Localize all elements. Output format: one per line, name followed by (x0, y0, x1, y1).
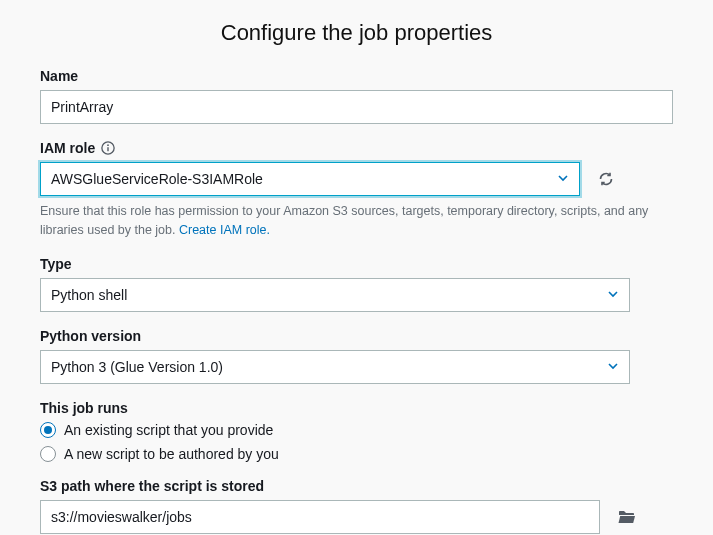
iam-role-helper: Ensure that this role has permission to … (40, 202, 673, 240)
radio-indicator (40, 446, 56, 462)
chevron-down-icon (607, 359, 619, 375)
name-label: Name (40, 68, 78, 84)
chevron-down-icon (557, 171, 569, 187)
python-version-value: Python 3 (Glue Version 1.0) (51, 359, 223, 375)
type-label: Type (40, 256, 72, 272)
refresh-icon[interactable] (592, 165, 620, 193)
job-runs-label: This job runs (40, 400, 128, 416)
field-s3-path: S3 path where the script is stored (40, 478, 673, 534)
python-version-select[interactable]: Python 3 (Glue Version 1.0) (40, 350, 630, 384)
field-python-version: Python version Python 3 (Glue Version 1.… (40, 328, 673, 384)
python-version-label: Python version (40, 328, 141, 344)
field-iam-role: IAM role AWSGlueServiceRole-S3IAMRole (40, 140, 673, 240)
create-iam-role-link[interactable]: Create IAM role. (179, 223, 270, 237)
svg-rect-2 (108, 147, 109, 151)
radio-existing-label: An existing script that you provide (64, 422, 273, 438)
radio-existing-script[interactable]: An existing script that you provide (40, 422, 673, 438)
type-value: Python shell (51, 287, 127, 303)
iam-role-value: AWSGlueServiceRole-S3IAMRole (51, 171, 263, 187)
field-type: Type Python shell (40, 256, 673, 312)
folder-icon[interactable] (612, 503, 642, 531)
iam-role-select[interactable]: AWSGlueServiceRole-S3IAMRole (40, 162, 580, 196)
svg-point-1 (107, 144, 109, 146)
radio-indicator (40, 422, 56, 438)
page-title: Configure the job properties (40, 20, 673, 46)
type-select[interactable]: Python shell (40, 278, 630, 312)
s3-path-label: S3 path where the script is stored (40, 478, 264, 494)
info-icon[interactable] (101, 141, 115, 155)
s3-path-input[interactable] (40, 500, 600, 534)
field-name: Name (40, 68, 673, 124)
chevron-down-icon (607, 287, 619, 303)
name-input[interactable] (40, 90, 673, 124)
field-job-runs: This job runs An existing script that yo… (40, 400, 673, 462)
radio-new-label: A new script to be authored by you (64, 446, 279, 462)
radio-new-script[interactable]: A new script to be authored by you (40, 446, 673, 462)
iam-role-label: IAM role (40, 140, 95, 156)
